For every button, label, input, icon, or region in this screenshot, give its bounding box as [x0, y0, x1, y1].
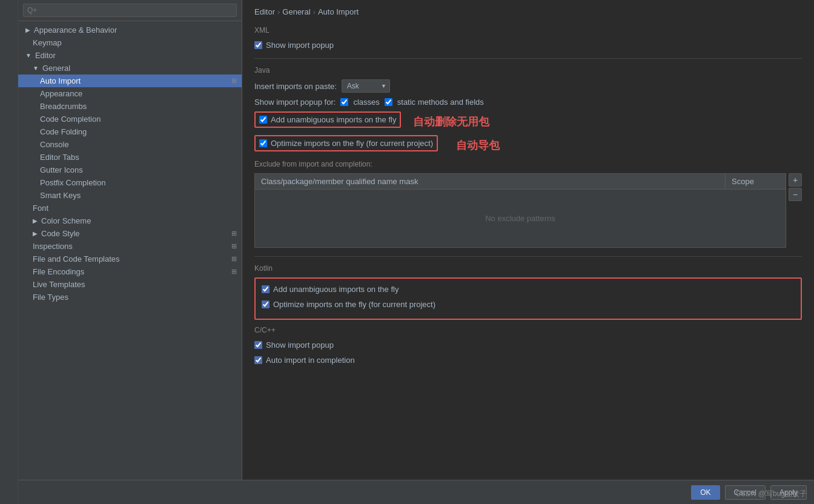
sidebar-item-console[interactable]: Console	[18, 138, 242, 151]
breadcrumb-auto-import[interactable]: Auto Import	[318, 7, 359, 16]
sidebar-label-postfix-completion: Postfix Completion	[40, 178, 105, 187]
java-section: Java Insert imports on paste: Ask Always…	[254, 66, 802, 155]
sidebar-item-keymap[interactable]: Keymap	[18, 36, 242, 49]
bottom-bar: OK Cancel Apply	[18, 480, 814, 504]
cpp-show-import-popup-checkbox[interactable]	[254, 341, 262, 349]
sidebar-item-file-encodings[interactable]: File Encodings⊞	[18, 265, 242, 278]
sidebar-item-code-completion[interactable]: Code Completion	[18, 113, 242, 125]
optimize-imports-row: Optimize imports on the fly (for current…	[254, 135, 802, 155]
kotlin-box: Add unambiguous imports on the fly Optim…	[254, 277, 802, 320]
exclude-title: Exclude from import and completion:	[254, 160, 802, 168]
exclude-section: Exclude from import and completion: Clas…	[254, 160, 802, 249]
kotlin-add-unambiguous-label: Add unambiguous imports on the fly	[273, 285, 399, 294]
sidebar-label-code-style: Code Style	[41, 229, 80, 238]
search-input[interactable]	[23, 4, 237, 17]
exclude-plus-button[interactable]: +	[789, 173, 802, 187]
cpp-auto-import-checkbox[interactable]	[254, 356, 262, 364]
sidebar-item-live-templates[interactable]: Live Templates	[18, 278, 242, 291]
cpp-title: C/C++	[254, 326, 802, 334]
java-title: Java	[254, 66, 802, 75]
breadcrumb-sep2: ›	[313, 7, 316, 16]
kotlin-add-unambiguous-row: Add unambiguous imports on the fly	[262, 284, 795, 295]
sidebar-item-postfix-completion[interactable]: Postfix Completion	[18, 176, 242, 189]
sidebar-badge-auto-import: ⊞	[231, 77, 237, 85]
tree-arrow-color-scheme: ▶	[33, 217, 38, 224]
sidebar-label-inspections: Inspections	[33, 242, 73, 251]
sidebar-item-gutter-icons[interactable]: Gutter Icons	[18, 164, 242, 176]
sidebar-label-breadcrumbs: Breadcrumbs	[40, 102, 87, 111]
sidebar-item-general[interactable]: ▼General	[18, 62, 242, 75]
sidebar-badge-file-encodings: ⊞	[231, 268, 237, 276]
sidebar-item-inspections[interactable]: Inspections⊞	[18, 240, 242, 253]
xml-show-import-popup-label: Show import popup	[266, 41, 334, 50]
tree-arrow-code-style: ▶	[33, 230, 38, 237]
breadcrumb-sep1: ›	[277, 7, 280, 16]
annotation-auto-import: 自动导包	[456, 138, 500, 153]
exclude-empty-label: No exclude patterns	[255, 190, 786, 248]
sidebar-badge-code-style: ⊞	[231, 230, 237, 237]
sidebar-label-color-scheme: Color Scheme	[41, 216, 91, 225]
sidebar-item-breadcrumbs[interactable]: Breadcrumbs	[18, 100, 242, 113]
sidebar-item-appearance[interactable]: Appearance	[18, 87, 242, 100]
add-unambiguous-label: Add unambiguous imports on the fly	[271, 115, 396, 124]
exclude-minus-button[interactable]: −	[789, 188, 802, 201]
sidebar-label-live-templates: Live Templates	[33, 280, 85, 289]
sidebar-item-code-style[interactable]: ▶Code Style⊞	[18, 227, 242, 240]
exclude-table: Class/package/member qualified name mask…	[254, 173, 786, 248]
sidebar-label-appearance: Appearance	[40, 89, 82, 98]
annotation-auto-delete: 自动删除无用包	[413, 114, 489, 129]
sidebar-item-file-code-templates[interactable]: File and Code Templates⊞	[18, 253, 242, 265]
exclude-col1-header: Class/package/member qualified name mask	[255, 174, 726, 190]
tree-arrow-appearance-behavior: ▶	[25, 27, 30, 33]
xml-section: XML Show import popup	[254, 26, 802, 51]
insert-imports-select[interactable]: Ask Always Never	[342, 79, 390, 93]
show-popup-label: Show import popup for:	[254, 98, 336, 107]
sidebar-badge-file-code-templates: ⊞	[231, 255, 237, 263]
sidebar-label-general: General	[42, 64, 70, 73]
insert-imports-select-wrapper: Ask Always Never	[342, 79, 390, 93]
sidebar-label-code-completion: Code Completion	[40, 114, 101, 124]
breadcrumb: Editor › General › Auto Import	[254, 7, 802, 16]
xml-show-import-popup-row: Show import popup	[254, 39, 802, 51]
kotlin-optimize-imports-label: Optimize imports on the fly (for current…	[273, 300, 435, 309]
breadcrumb-general[interactable]: General	[282, 7, 310, 16]
cpp-show-import-popup-row: Show import popup	[254, 339, 802, 351]
sidebar-item-file-types[interactable]: File Types	[18, 291, 242, 303]
classes-checkbox[interactable]	[340, 98, 348, 106]
sidebar-label-gutter-icons: Gutter Icons	[40, 165, 83, 174]
sidebar-item-code-folding[interactable]: Code Folding	[18, 125, 242, 138]
cpp-auto-import-label: Auto import in completion	[266, 356, 355, 365]
sidebar-item-auto-import[interactable]: Auto Import⊞	[18, 75, 242, 87]
sidebar-label-keymap: Keymap	[33, 38, 62, 47]
sidebar-label-code-folding: Code Folding	[40, 127, 87, 136]
sidebar-item-editor[interactable]: ▼Editor	[18, 49, 242, 62]
insert-imports-label: Insert imports on paste:	[254, 82, 337, 91]
sidebar-tree: ▶Appearance & BehaviorKeymap▼Editor▼Gene…	[18, 21, 242, 480]
add-unambiguous-checkbox[interactable]	[259, 116, 267, 124]
settings-sidebar: ▶Appearance & BehaviorKeymap▼Editor▼Gene…	[18, 0, 242, 480]
breadcrumb-editor[interactable]: Editor	[254, 7, 275, 16]
optimize-imports-box: Optimize imports on the fly (for current…	[254, 135, 438, 151]
kotlin-title: Kotlin	[254, 264, 802, 273]
sidebar-label-file-types: File Types	[33, 293, 68, 302]
sidebar-item-smart-keys[interactable]: Smart Keys	[18, 189, 242, 202]
sidebar-item-editor-tabs[interactable]: Editor Tabs	[18, 151, 242, 164]
insert-imports-row: Insert imports on paste: Ask Always Neve…	[254, 79, 802, 93]
kotlin-optimize-imports-row: Optimize imports on the fly (for current…	[262, 299, 795, 310]
cpp-show-import-popup-label: Show import popup	[266, 340, 334, 350]
kotlin-add-unambiguous-checkbox[interactable]	[262, 285, 270, 293]
static-methods-checkbox[interactable]	[385, 98, 392, 106]
xml-show-import-popup-checkbox[interactable]	[254, 41, 262, 49]
optimize-imports-checkbox[interactable]	[259, 139, 267, 147]
optimize-imports-label: Optimize imports on the fly (for current…	[271, 139, 433, 148]
kotlin-optimize-imports-checkbox[interactable]	[262, 300, 270, 308]
sidebar-item-appearance-behavior[interactable]: ▶Appearance & Behavior	[18, 24, 242, 36]
sidebar-item-color-scheme[interactable]: ▶Color Scheme	[18, 214, 242, 227]
sidebar-label-console: Console	[40, 140, 69, 149]
sidebar-label-editor-tabs: Editor Tabs	[40, 153, 79, 162]
sidebar-item-font[interactable]: Font	[18, 202, 242, 214]
ok-button[interactable]: OK	[691, 485, 720, 500]
sidebar-badge-inspections: ⊞	[231, 242, 237, 250]
xml-title: XML	[254, 26, 802, 35]
sidebar-label-smart-keys: Smart Keys	[40, 191, 81, 200]
